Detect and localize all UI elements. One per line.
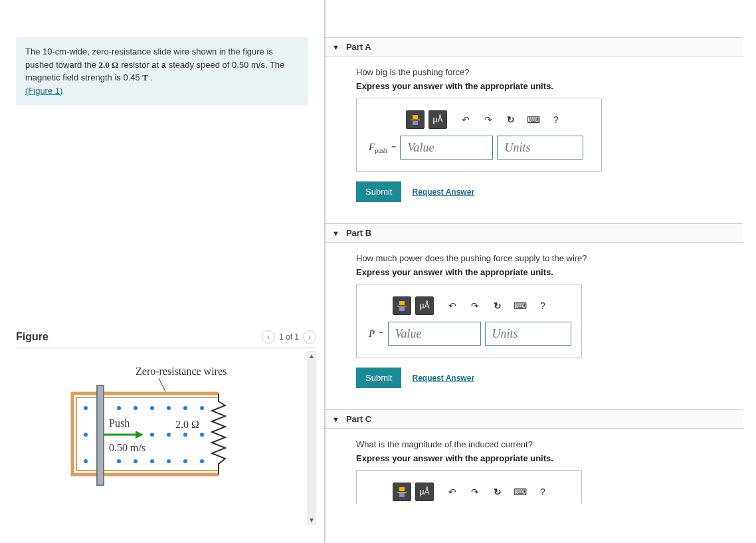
part-a-value-input[interactable] <box>400 136 493 160</box>
svg-text:2.0 Ω: 2.0 Ω <box>175 419 199 430</box>
figure-scroll: ▲ ▼ Zero-resistance wires <box>16 348 316 528</box>
part-b-body: How much power does the pushing force su… <box>326 243 756 401</box>
resistor-value: 2.0 Ω <box>99 60 119 70</box>
part-b-instruction: Express your answer with the appropriate… <box>356 267 736 277</box>
right-column: ▼ Part A How big is the pushing force? E… <box>326 0 756 543</box>
figure-next-button[interactable]: › <box>303 330 316 344</box>
svg-point-13 <box>167 433 171 437</box>
caret-down-icon: ▼ <box>332 43 339 51</box>
problem-statement: The 10-cm-wide, zero-resistance slide wi… <box>16 37 308 105</box>
redo-icon[interactable]: ↷ <box>479 110 498 129</box>
part-a-input-row: Fpush = <box>366 136 592 160</box>
undo-icon[interactable]: ↶ <box>456 110 475 129</box>
part-c-body: What is the magnitude of the induced cur… <box>326 429 756 517</box>
figure-nav: ‹ 1 of 1 › <box>262 330 316 344</box>
part-a-units-input[interactable] <box>497 136 583 160</box>
part-c-answer-panel: μÅ ↶ ↷ ↻ ⌨ ? <box>356 470 582 504</box>
fraction-tool-button[interactable] <box>406 110 425 129</box>
part-a-submit-row: Submit Request Answer <box>356 181 736 202</box>
undo-icon[interactable]: ↶ <box>443 483 462 501</box>
part-b-value-input[interactable] <box>388 322 481 346</box>
svg-point-15 <box>200 433 204 437</box>
svg-rect-1 <box>97 385 104 485</box>
svg-point-7 <box>150 406 154 410</box>
svg-line-0 <box>159 378 165 391</box>
figure-counter: 1 of 1 <box>279 332 299 342</box>
part-b-request-answer-link[interactable]: Request Answer <box>412 374 474 383</box>
equals-sign: = <box>379 328 383 339</box>
svg-point-6 <box>134 406 138 410</box>
part-c-question: What is the magnitude of the induced cur… <box>356 439 736 449</box>
part-b-toolbar: μÅ ↶ ↷ ↻ ⌨ ? <box>366 295 572 322</box>
equals-sign: = <box>391 142 396 153</box>
help-icon[interactable]: ? <box>533 296 552 315</box>
part-b-question: How much power does the pushing force su… <box>356 253 736 263</box>
part-a-header[interactable]: ▼ Part A <box>326 37 743 56</box>
figure-header: Figure ‹ 1 of 1 › <box>16 330 316 348</box>
figure-diagram: Zero-resistance wires <box>56 362 255 523</box>
field-unit: T <box>142 72 148 82</box>
part-c-header[interactable]: ▼ Part C <box>326 409 743 429</box>
svg-point-14 <box>183 433 187 437</box>
caret-down-icon: ▼ <box>332 415 339 423</box>
part-c-title: Part C <box>346 414 371 424</box>
svg-point-12 <box>150 433 154 437</box>
part-a-submit-button[interactable]: Submit <box>356 181 401 202</box>
part-a-question: How big is the pushing force? <box>356 67 736 77</box>
part-b-submit-row: Submit Request Answer <box>356 368 736 388</box>
part-b-title: Part B <box>346 228 371 238</box>
keyboard-icon[interactable]: ⌨ <box>524 110 543 129</box>
units-symbol-button[interactable]: μÅ <box>428 110 447 129</box>
part-b-header[interactable]: ▼ Part B <box>326 223 743 243</box>
svg-point-19 <box>150 459 154 463</box>
units-symbol-button[interactable]: μÅ <box>415 296 434 315</box>
keyboard-icon[interactable]: ⌨ <box>511 296 529 315</box>
part-a-instruction: Express your answer with the appropriate… <box>356 81 736 91</box>
svg-text:0.50 m/s: 0.50 m/s <box>109 442 145 453</box>
svg-point-18 <box>134 459 138 463</box>
left-column: The 10-cm-wide, zero-resistance slide wi… <box>0 0 326 543</box>
help-icon[interactable]: ? <box>533 483 552 501</box>
svg-point-11 <box>84 433 88 437</box>
undo-icon[interactable]: ↶ <box>443 296 462 315</box>
keyboard-icon[interactable]: ⌨ <box>511 483 529 501</box>
figure-title: Figure <box>16 331 48 343</box>
part-c-toolbar: μÅ ↶ ↷ ↻ ⌨ ? <box>366 481 572 501</box>
help-icon[interactable]: ? <box>547 110 565 129</box>
part-a-body: How big is the pushing force? Express yo… <box>326 56 756 215</box>
part-a-variable: Fpush <box>369 142 387 154</box>
svg-marker-3 <box>136 431 143 439</box>
part-c-instruction: Express your answer with the appropriate… <box>356 453 736 463</box>
figure-scrollbar[interactable]: ▲ ▼ <box>307 351 316 525</box>
scroll-down-icon: ▼ <box>308 515 315 525</box>
part-a-request-answer-link[interactable]: Request Answer <box>412 187 474 197</box>
svg-point-16 <box>84 459 88 463</box>
reset-icon[interactable]: ↻ <box>502 110 520 129</box>
part-b-variable: P <box>369 328 375 340</box>
svg-point-10 <box>200 406 204 410</box>
reset-icon[interactable]: ↻ <box>488 296 507 315</box>
redo-icon[interactable]: ↷ <box>466 483 484 501</box>
redo-icon[interactable]: ↷ <box>466 296 484 315</box>
units-symbol-button[interactable]: μÅ <box>415 483 434 501</box>
part-a-answer-panel: μÅ ↶ ↷ ↻ ⌨ ? Fpush = <box>356 98 602 172</box>
part-b-units-input[interactable] <box>485 322 571 346</box>
caret-down-icon: ▼ <box>332 229 339 237</box>
reset-icon[interactable]: ↻ <box>488 483 507 501</box>
svg-point-8 <box>167 406 171 410</box>
figure-link[interactable]: (Figure 1) <box>25 86 62 96</box>
fraction-tool-button[interactable] <box>393 483 411 501</box>
part-b-submit-button[interactable]: Submit <box>356 368 401 388</box>
scroll-up-icon: ▲ <box>308 351 315 361</box>
part-b-input-row: P = <box>366 322 572 346</box>
part-a-title: Part A <box>346 42 371 52</box>
figure-prev-button[interactable]: ‹ <box>262 330 275 344</box>
fraction-tool-button[interactable] <box>393 296 411 315</box>
svg-point-21 <box>183 459 187 463</box>
part-a-toolbar: μÅ ↶ ↷ ↻ ⌨ ? <box>366 109 592 136</box>
svg-point-17 <box>117 459 121 463</box>
problem-text-end: . <box>151 72 153 82</box>
wires-label: Zero-resistance wires <box>136 366 227 377</box>
svg-point-4 <box>84 406 88 410</box>
svg-point-5 <box>117 406 121 410</box>
